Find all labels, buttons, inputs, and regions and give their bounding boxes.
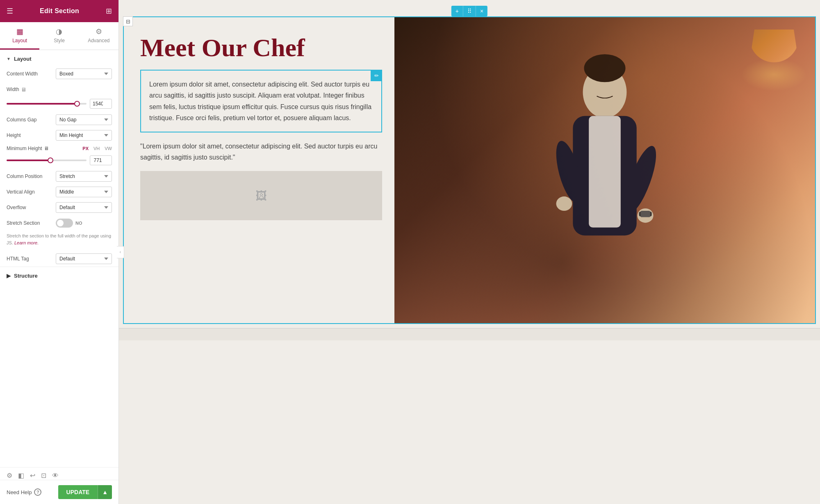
tab-layout-label: Layout <box>12 38 27 43</box>
unit-vh[interactable]: VH <box>93 146 100 151</box>
content-width-select[interactable]: Boxed Full Width <box>56 68 112 79</box>
canvas-area: ⊟ Meet Our Chef ✏ Lorem ipsum dolor sit … <box>119 0 820 504</box>
content-width-row: Content Width Boxed Full Width <box>0 66 118 82</box>
main-content: + ⠿ × ⊟ Meet Our Chef ✏ Lorem ipsum dolo… <box>119 0 820 504</box>
overflow-select[interactable]: Default Hidden <box>56 202 112 213</box>
grid-icon[interactable]: ⊞ <box>106 7 112 16</box>
overflow-label: Overflow <box>7 205 56 210</box>
section-outline: Meet Our Chef ✏ Lorem ipsum dolor sit am… <box>123 16 816 324</box>
html-tag-select[interactable]: Default header main footer section <box>56 253 112 264</box>
min-height-slider-row <box>0 154 118 169</box>
column-position-input-wrap: Stretch Top Middle Bottom <box>56 171 112 182</box>
eye-icon[interactable]: 👁 <box>52 472 59 479</box>
structure-section-header[interactable]: ▶ Structure <box>0 267 118 285</box>
width-row: Width 🖥 <box>0 82 118 97</box>
image-placeholder[interactable]: 🖼 <box>140 171 382 220</box>
width-number-input[interactable] <box>90 99 112 109</box>
tab-advanced[interactable]: ⚙ Advanced <box>79 22 118 50</box>
content-width-label: Content Width <box>7 71 56 77</box>
overflow-row: Overflow Default Hidden <box>0 200 118 215</box>
height-label: Height <box>7 132 56 138</box>
settings-icon[interactable]: ⚙ <box>7 472 12 479</box>
min-height-monitor-icon: 🖥 <box>44 146 49 151</box>
tab-style[interactable]: ◑ Style <box>39 22 79 50</box>
update-dropdown-button[interactable]: ▲ <box>98 485 112 499</box>
panel-collapse-arrow[interactable]: ‹ <box>117 246 124 258</box>
column-position-label: Column Position <box>7 173 56 179</box>
style-icon: ◑ <box>56 27 62 36</box>
stretch-learn-more-link[interactable]: Learn more. <box>14 240 39 245</box>
panel-header: ☰ Edit Section ⊞ <box>0 0 118 22</box>
lamp <box>749 30 799 95</box>
toolbar-move-button[interactable]: ⠿ <box>463 6 476 16</box>
layout-section-header[interactable]: ▼ Layout <box>0 50 118 66</box>
min-height-slider-wrap <box>7 155 112 165</box>
vertical-align-label: Vertical Align <box>7 189 56 195</box>
panel-body: ▼ Layout Content Width Boxed Full Width … <box>0 50 118 504</box>
section-toolbar: + ⠿ × <box>451 6 487 16</box>
columns-gap-input-wrap: No Gap Narrow Default Wide <box>56 114 112 125</box>
lamp-glow <box>741 58 807 91</box>
tab-style-label: Style <box>54 38 65 43</box>
content-column: Meet Our Chef ✏ Lorem ipsum dolor sit am… <box>124 17 394 323</box>
layout-section-title: Layout <box>14 56 32 62</box>
min-height-slider-thumb[interactable] <box>48 157 53 163</box>
image-placeholder-icon: 🖼 <box>255 189 267 203</box>
columns-gap-select[interactable]: No Gap Narrow Default Wide <box>56 114 112 125</box>
section-indicator[interactable]: ⊟ <box>123 16 133 26</box>
column-position-row: Column Position Stretch Top Middle Botto… <box>0 169 118 184</box>
svg-point-11 <box>584 54 625 82</box>
unit-px[interactable]: PX <box>82 146 89 151</box>
bottom-bar <box>119 328 820 340</box>
tab-layout[interactable]: ▦ Layout <box>0 22 39 50</box>
text-edit-button[interactable]: ✏ <box>371 70 382 81</box>
vertical-align-row: Vertical Align Top Middle Bottom <box>0 184 118 200</box>
vertical-align-select[interactable]: Top Middle Bottom <box>56 187 112 197</box>
width-label: Width 🖥 <box>7 87 56 93</box>
stretch-section-input-wrap: NO <box>56 219 112 228</box>
layout-icon: ▦ <box>16 27 23 36</box>
panel-title: Edit Section <box>40 7 79 15</box>
chef-figure <box>527 44 683 323</box>
lamp-shade <box>749 30 799 62</box>
width-slider-track <box>7 103 87 105</box>
column-position-select[interactable]: Stretch Top Middle Bottom <box>56 171 112 182</box>
tab-advanced-label: Advanced <box>88 38 109 43</box>
layout-arrow-icon: ▼ <box>7 57 11 61</box>
width-slider-fill <box>7 103 77 105</box>
height-select[interactable]: Min Height Fit to Screen <box>56 130 112 141</box>
min-height-number-input[interactable] <box>90 155 112 165</box>
update-button[interactable]: UPDATE <box>58 485 98 499</box>
panel-tabs: ▦ Layout ◑ Style ⚙ Advanced <box>0 22 118 50</box>
toolbar-close-button[interactable]: × <box>476 6 487 16</box>
structure-arrow-icon: ▶ <box>7 273 11 279</box>
height-row: Height Min Height Fit to Screen <box>0 128 118 143</box>
layers-icon[interactable]: ◧ <box>18 472 24 479</box>
need-help-label: Need Help <box>7 489 32 495</box>
columns-gap-row: Columns Gap No Gap Narrow Default Wide <box>0 112 118 128</box>
structure-section-title: Structure <box>14 273 38 279</box>
monitor-icon: 🖥 <box>21 87 26 93</box>
html-tag-row: HTML Tag Default header main footer sect… <box>0 251 118 267</box>
stretch-helper-text: Stretch the section to the full width of… <box>0 231 118 251</box>
min-height-slider-fill <box>7 160 50 161</box>
svg-point-5 <box>556 196 572 211</box>
chef-title: Meet Our Chef <box>140 34 382 62</box>
hamburger-icon[interactable]: ☰ <box>7 7 13 16</box>
quote-text: "Lorem ipsum dolor sit amet, consectetur… <box>140 141 382 163</box>
toolbar-add-button[interactable]: + <box>451 6 463 16</box>
history-icon[interactable]: ↩ <box>30 472 35 479</box>
left-panel: ☰ Edit Section ⊞ ▦ Layout ◑ Style ⚙ Adva… <box>0 0 119 504</box>
columns-gap-label: Columns Gap <box>7 117 56 123</box>
stretch-toggle[interactable] <box>56 219 73 228</box>
width-slider-thumb[interactable] <box>74 101 80 107</box>
unit-vw[interactable]: VW <box>105 146 112 151</box>
unit-tabs: PX VH VW <box>82 146 112 151</box>
min-height-label: Minimum Height 🖥 <box>7 146 56 151</box>
body-text: Lorem ipsum dolor sit amet, consectetur … <box>149 79 373 123</box>
responsive-icon[interactable]: ⊡ <box>41 472 46 479</box>
need-help-btn[interactable]: Need Help ? <box>7 488 41 496</box>
text-box: ✏ Lorem ipsum dolor sit amet, consectetu… <box>140 70 382 132</box>
height-input-wrap: Min Height Fit to Screen <box>56 130 112 141</box>
svg-rect-2 <box>589 116 621 228</box>
